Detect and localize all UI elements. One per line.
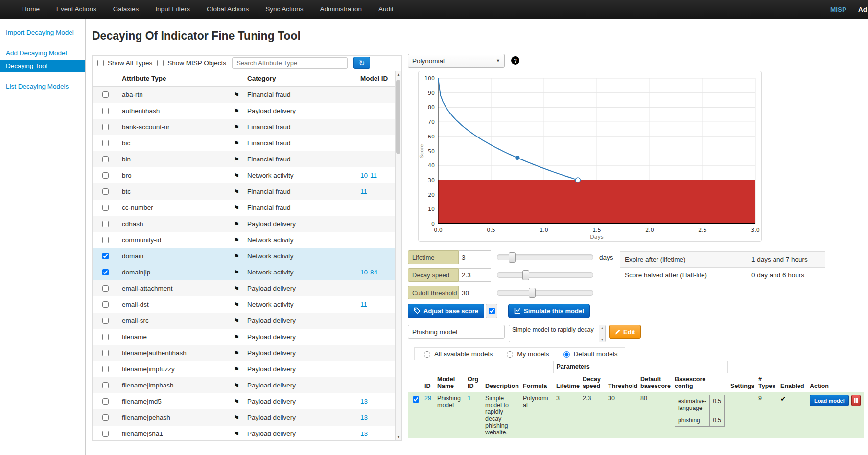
flag-icon[interactable]: ⚑: [233, 430, 239, 438]
attribute-checkbox[interactable]: [102, 253, 109, 259]
attribute-checkbox[interactable]: [102, 205, 109, 211]
sidebar-item-import-decaying-model[interactable]: Import Decaying Model: [0, 26, 85, 39]
model-filter-my-models[interactable]: My models: [504, 350, 549, 358]
radio-input[interactable]: [563, 351, 570, 358]
simulate-model-button[interactable]: Simulate this model: [508, 304, 590, 318]
model-id-link[interactable]: 10: [360, 172, 368, 179]
attribute-checkbox[interactable]: [102, 301, 109, 308]
user-menu[interactable]: Ad: [858, 6, 867, 13]
attribute-checkbox[interactable]: [102, 172, 109, 179]
scroll-up-icon[interactable]: ▲: [396, 71, 401, 78]
model-id-link[interactable]: 11: [360, 188, 367, 195]
model-filter-all-available-models[interactable]: All available models: [422, 350, 493, 358]
attribute-checkbox[interactable]: [102, 285, 109, 292]
sidebar-item-list-decaying-models[interactable]: List Decaying Models: [0, 80, 85, 93]
model-id-link[interactable]: 10: [360, 269, 368, 276]
attribute-checkbox[interactable]: [102, 221, 109, 227]
flag-icon[interactable]: ⚑: [233, 269, 239, 276]
show-misp-objects-checkbox[interactable]: [157, 60, 164, 66]
decay-speed-input[interactable]: [459, 268, 491, 282]
nav-item-input-filters[interactable]: Input Filters: [147, 0, 198, 19]
lifetime-slider-handle[interactable]: [509, 252, 516, 263]
flag-icon[interactable]: ⚑: [233, 333, 239, 341]
pause-model-button[interactable]: [851, 395, 861, 406]
flag-icon[interactable]: ⚑: [233, 172, 239, 180]
attribute-checkbox[interactable]: [102, 350, 109, 356]
org-id-link[interactable]: 1: [468, 395, 471, 402]
flag-icon[interactable]: ⚑: [233, 382, 239, 389]
scroll-down-icon[interactable]: ▼: [396, 433, 401, 440]
refresh-button[interactable]: ↻: [353, 57, 370, 69]
model-id-link[interactable]: 13: [360, 414, 368, 421]
model-id-link[interactable]: 11: [370, 172, 377, 179]
flag-icon[interactable]: ⚑: [233, 414, 239, 422]
nav-item-administration[interactable]: Administration: [312, 0, 371, 19]
attribute-checkbox[interactable]: [102, 366, 109, 372]
flag-icon[interactable]: ⚑: [233, 204, 239, 212]
flag-icon[interactable]: ⚑: [233, 285, 239, 293]
edit-model-button[interactable]: Edit: [609, 325, 641, 339]
decay-speed-slider-handle[interactable]: [522, 270, 529, 280]
nav-item-sync-actions[interactable]: Sync Actions: [257, 0, 311, 19]
model-description-textarea[interactable]: Simple model to rapidly decay: [509, 325, 606, 342]
flag-icon[interactable]: ⚑: [233, 139, 239, 147]
nav-item-galaxies[interactable]: Galaxies: [105, 0, 147, 19]
flag-icon[interactable]: ⚑: [233, 252, 239, 260]
description-scrollbar[interactable]: ▲ ▼: [599, 325, 605, 342]
attribute-checkbox[interactable]: [102, 334, 109, 340]
attribute-checkbox[interactable]: [102, 156, 109, 162]
flag-icon[interactable]: ⚑: [233, 365, 239, 373]
cutoff-threshold-input[interactable]: [459, 286, 491, 299]
radio-input[interactable]: [424, 351, 430, 358]
flag-icon[interactable]: ⚑: [233, 317, 239, 325]
cutoff-threshold-slider-handle[interactable]: [529, 288, 536, 298]
flag-icon[interactable]: ⚑: [233, 301, 239, 309]
model-id-link[interactable]: 84: [370, 269, 377, 276]
nav-item-global-actions[interactable]: Global Actions: [198, 0, 257, 19]
search-attribute-input[interactable]: [232, 57, 348, 69]
attribute-checkbox[interactable]: [102, 269, 109, 275]
sidebar-item-decaying-tool[interactable]: Decaying Tool: [0, 60, 85, 72]
adjust-base-score-button[interactable]: Adjust base score: [408, 304, 484, 318]
misp-brand[interactable]: MISP: [830, 6, 846, 13]
flag-icon[interactable]: ⚑: [233, 107, 239, 115]
model-id-link[interactable]: 13: [360, 398, 368, 405]
show-all-types-checkbox[interactable]: [97, 60, 104, 66]
sidebar-item-add-decaying-model[interactable]: Add Decaying Model: [0, 47, 85, 60]
attribute-checkbox[interactable]: [102, 188, 109, 195]
attribute-checkbox[interactable]: [102, 414, 109, 421]
help-icon[interactable]: ?: [511, 56, 519, 65]
show-all-types-option[interactable]: Show All Types: [95, 58, 152, 68]
radio-input[interactable]: [507, 351, 513, 358]
scroll-down-icon[interactable]: ▼: [601, 338, 604, 341]
flag-icon[interactable]: ⚑: [233, 123, 239, 131]
flag-icon[interactable]: ⚑: [233, 398, 239, 406]
flag-icon[interactable]: ⚑: [233, 220, 239, 228]
attribute-checkbox[interactable]: [102, 237, 109, 243]
attribute-checkbox[interactable]: [102, 382, 109, 388]
nav-item-home[interactable]: Home: [14, 0, 48, 19]
scroll-up-icon[interactable]: ▲: [601, 326, 604, 330]
attribute-checkbox[interactable]: [102, 398, 109, 405]
nav-item-audit[interactable]: Audit: [370, 0, 402, 19]
model-id-link[interactable]: 13: [360, 430, 368, 437]
attribute-checkbox[interactable]: [102, 124, 109, 130]
lifetime-input[interactable]: [459, 250, 491, 264]
attribute-checkbox[interactable]: [102, 140, 109, 146]
scrollbar-thumb[interactable]: [396, 80, 400, 154]
adjust-base-score-checkbox[interactable]: [489, 308, 495, 314]
lifetime-slider[interactable]: [497, 254, 593, 260]
model-name-input[interactable]: [408, 325, 505, 339]
model-id-link[interactable]: 11: [360, 301, 367, 308]
flag-icon[interactable]: ⚑: [233, 156, 239, 163]
flag-icon[interactable]: ⚑: [233, 188, 239, 196]
attribute-checkbox[interactable]: [102, 318, 109, 324]
attribute-checkbox[interactable]: [102, 108, 109, 114]
flag-icon[interactable]: ⚑: [233, 91, 239, 99]
flag-icon[interactable]: ⚑: [233, 349, 239, 357]
nav-item-event-actions[interactable]: Event Actions: [48, 0, 105, 19]
attribute-table-scrollbar[interactable]: ▲ ▼: [395, 71, 401, 440]
model-filter-default-models[interactable]: Default models: [561, 350, 618, 358]
cutoff-threshold-slider[interactable]: [497, 290, 593, 296]
flag-icon[interactable]: ⚑: [233, 236, 239, 244]
